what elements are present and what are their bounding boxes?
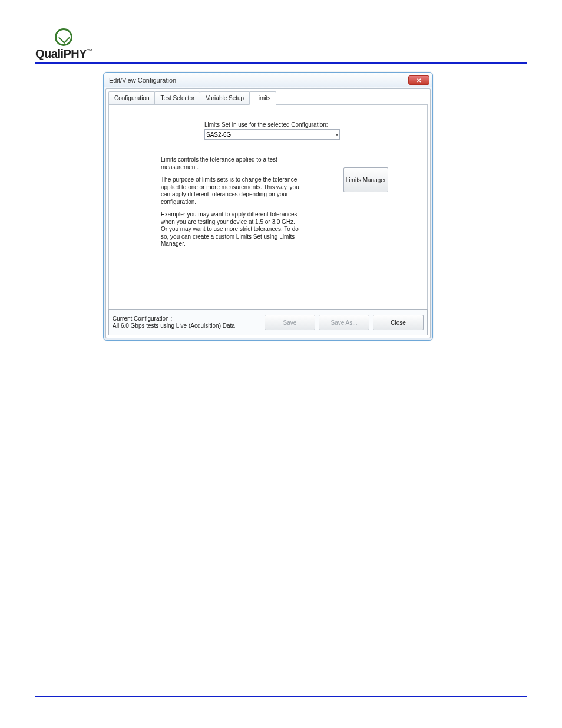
limits-set-dropdown[interactable]: SAS2-6G ▾ [204, 129, 340, 140]
dialog-title: Edit/View Configuration [109, 77, 408, 84]
dialog-body: Configuration Test Selector Variable Set… [105, 88, 431, 338]
limits-tab-panel: Limits Set in use for the selected Confi… [108, 104, 428, 309]
page-header: QualiPHY™ [35, 28, 527, 64]
current-configuration-block: Current Configuration : All 6.0 Gbps tes… [113, 315, 248, 330]
brand-icon [55, 28, 72, 46]
dialog-footer: Current Configuration : All 6.0 Gbps tes… [108, 309, 428, 335]
save-button[interactable]: Save [265, 315, 315, 330]
limits-desc-3: Example: you may want to apply different… [161, 211, 299, 248]
tab-variable-setup[interactable]: Variable Setup [200, 91, 250, 105]
tabs-row: Configuration Test Selector Variable Set… [108, 91, 428, 105]
limits-desc-2: The purpose of limits sets is to change … [161, 176, 299, 206]
limits-desc-1: Limits controls the tolerance applied to… [161, 156, 299, 171]
close-icon: ✕ [416, 77, 421, 84]
limits-manager-button[interactable]: Limits Manager [343, 167, 388, 192]
tab-limits[interactable]: Limits [249, 91, 276, 105]
close-button[interactable]: Close [373, 315, 424, 330]
brand-logo: QualiPHY™ [35, 28, 92, 61]
limits-set-label: Limits Set in use for the selected Confi… [204, 121, 427, 128]
current-configuration-value: All 6.0 Gbps tests using Live (Acquisiti… [113, 322, 248, 330]
page-footer-rule [35, 696, 527, 697]
tab-test-selector[interactable]: Test Selector [154, 91, 200, 105]
tab-configuration[interactable]: Configuration [108, 91, 155, 105]
limits-description: Limits controls the tolerance applied to… [161, 156, 299, 248]
window-close-button[interactable]: ✕ [408, 75, 429, 85]
save-as-button[interactable]: Save As... [319, 315, 369, 330]
dialog-titlebar: Edit/View Configuration ✕ [104, 73, 432, 87]
brand-name: QualiPHY™ [35, 47, 92, 61]
limits-set-value: SAS2-6G [206, 131, 231, 138]
current-configuration-label: Current Configuration : [113, 315, 248, 323]
edit-view-configuration-dialog: Edit/View Configuration ✕ Configuration … [103, 72, 433, 341]
chevron-down-icon: ▾ [336, 132, 338, 137]
